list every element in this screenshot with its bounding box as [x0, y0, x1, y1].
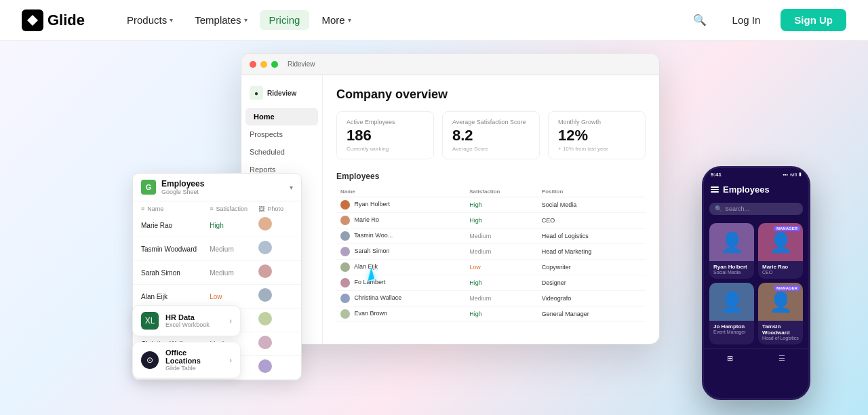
arrow-right-icon: › — [229, 317, 232, 325]
manager-badge: MANAGER — [774, 285, 800, 291]
col-header-photo: 🖼 Photo — [258, 205, 293, 212]
emp-name-cell: Tasmin Woo... — [336, 229, 465, 244]
phone-card-role: Social Media — [713, 270, 750, 275]
signup-button[interactable]: Sign Up — [781, 9, 846, 31]
sidebar-item-scheduled[interactable]: Scheduled — [241, 143, 322, 161]
spreadsheet-title: Employees — [161, 179, 204, 189]
hero-section: Rideview ● Rideview Home Prospects Sched… — [0, 41, 868, 415]
search-icon: 🔍 — [715, 205, 722, 212]
list-icon: ≡ — [210, 205, 213, 212]
app-window: Rideview ● Rideview Home Prospects Sched… — [241, 53, 660, 344]
nav-pricing[interactable]: Pricing — [260, 10, 310, 30]
hamburger-icon[interactable] — [711, 186, 719, 193]
table-row: Ryan Holbert High Social Media — [336, 197, 646, 213]
emp-pos-cell: Copywriter — [538, 260, 646, 275]
list-item: Sarah Simon Medium — [133, 261, 301, 285]
arrow-right-icon: › — [229, 356, 232, 364]
table-row: Marie Ro High CEO — [336, 213, 646, 229]
data-source-cards: XL HR Data Excel Workbook › ⊙ Office Loc… — [132, 305, 241, 378]
glide-table-icon: ⊙ — [141, 351, 159, 369]
sidebar-item-home[interactable]: Home — [245, 108, 318, 125]
phone-tab-list-icon[interactable]: ☰ — [778, 354, 785, 363]
emp-photo — [258, 217, 293, 233]
chevron-down-icon: ▾ — [170, 16, 173, 24]
image-icon: 🖼 — [258, 205, 264, 212]
nav-products[interactable]: Products ▾ — [117, 10, 182, 30]
spreadsheet-header: G Employees Google Sheet ▾ — [133, 174, 301, 201]
emp-sat-cell: Low — [465, 260, 538, 275]
phone-card-role: Event Manager — [713, 330, 750, 334]
table-row: Evan Brown High General Manager — [336, 307, 646, 322]
emp-sat: High — [210, 222, 258, 229]
logo[interactable]: Glide — [22, 9, 85, 31]
stat-growth: Monthly Growth 12% + 10% from last year — [548, 111, 646, 159]
office-locations-name: Office Locations — [165, 349, 222, 365]
emp-name-cell: Marie Ro — [336, 213, 465, 229]
stat-sub: Currently working — [347, 146, 424, 152]
window-body: ● Rideview Home Prospects Scheduled Repo… — [241, 75, 659, 344]
emp-sat: Low — [210, 293, 258, 300]
phone-status-icons: ▪▪▪ wifi ▮ — [783, 172, 802, 177]
sidebar-item-prospects[interactable]: Prospects — [241, 125, 322, 143]
dropdown-arrow-icon[interactable]: ▾ — [290, 184, 293, 191]
employees-table: Name Satisfaction Position Ryan Holbert … — [336, 186, 646, 322]
stat-value: 12% — [558, 127, 635, 144]
emp-name-cell: Evan Brown — [336, 307, 465, 322]
table-row: Alan Eijk Low Copywriter — [336, 260, 646, 275]
battery-icon: ▮ — [799, 172, 802, 177]
google-sheets-icon: G — [141, 180, 156, 195]
emp-name-cell: Alan Eijk — [336, 260, 465, 275]
stats-row: Active Employees 186 Currently working A… — [336, 111, 646, 159]
stat-value: 8.2 — [452, 127, 530, 144]
login-button[interactable]: Log In — [720, 9, 773, 31]
chevron-down-icon: ▾ — [244, 16, 248, 24]
emp-name-cell: Christina Wallace — [336, 291, 465, 307]
search-button[interactable]: 🔍 — [688, 8, 712, 33]
emp-name-cell: Fo Lambert — [336, 275, 465, 291]
col-satisfaction: Satisfaction — [465, 186, 538, 197]
window-close-dot — [250, 61, 256, 68]
emp-name: Alan Eijk — [141, 293, 210, 300]
emp-sat: Medium — [210, 245, 258, 253]
phone-time: 9:41 — [711, 172, 722, 178]
emp-sat-cell: Medium — [465, 291, 538, 307]
phone-tab-home-icon[interactable]: ⊞ — [727, 354, 733, 363]
emp-photo — [258, 288, 293, 304]
col-name: Name — [336, 186, 465, 197]
employees-table-body: Ryan Holbert High Social Media Marie Ro … — [336, 197, 646, 322]
table-row: Fo Lambert High Designer — [336, 275, 646, 291]
window-titlebar: Rideview — [241, 54, 659, 75]
list-item: 👤 MANAGER Marie Rao CEO — [758, 223, 803, 279]
window-minimize-dot — [260, 61, 267, 68]
hr-data-name: HR Data — [165, 313, 222, 321]
office-locations-card[interactable]: ⊙ Office Locations Glide Table › — [132, 342, 241, 378]
list-item: 👤 Jo Hampton Event Manager — [709, 283, 754, 344]
phone-card-role: CEO — [762, 270, 799, 275]
phone-employee-grid: 👤 Ryan Holbert Social Media 👤 MANAGER Ma… — [704, 219, 808, 349]
phone-app-header: Employees — [704, 180, 808, 199]
main-content: Company overview Active Employees 186 Cu… — [323, 75, 659, 344]
col-header-satisfaction: ≡ Satisfaction — [210, 205, 258, 212]
emp-sat-cell: Medium — [465, 244, 538, 260]
emp-photo — [258, 359, 293, 376]
mobile-phone: 9:41 ▪▪▪ wifi ▮ Employees 🔍 Search... 👤 — [702, 166, 810, 400]
list-item: 👤 MANAGER Tamsin Woodward Head of Logist… — [758, 283, 803, 344]
emp-name-cell: Ryan Holbert — [336, 197, 465, 213]
hr-data-card[interactable]: XL HR Data Excel Workbook › — [132, 305, 241, 336]
stat-satisfaction: Average Satisfaction Score 8.2 Average S… — [442, 111, 540, 159]
stat-value: 186 — [347, 127, 424, 144]
emp-pos-cell: Head of Logistics — [538, 229, 646, 244]
nav-right: 🔍 Log In Sign Up — [688, 8, 846, 33]
col-position: Position — [538, 186, 646, 197]
emp-pos-cell: Social Media — [538, 197, 646, 213]
stat-label: Active Employees — [347, 119, 424, 125]
nav-templates[interactable]: Templates ▾ — [185, 10, 256, 30]
emp-pos-cell: Videografo — [538, 291, 646, 307]
emp-sat-cell: High — [465, 275, 538, 291]
signal-icon: ▪▪▪ — [783, 172, 787, 177]
hr-data-type: Excel Workbook — [165, 321, 222, 328]
phone-app-title: Employees — [723, 184, 770, 195]
nav-more[interactable]: More ▾ — [312, 10, 360, 30]
company-title: Company overview — [336, 87, 646, 102]
phone-search-bar[interactable]: 🔍 Search... — [709, 203, 803, 215]
